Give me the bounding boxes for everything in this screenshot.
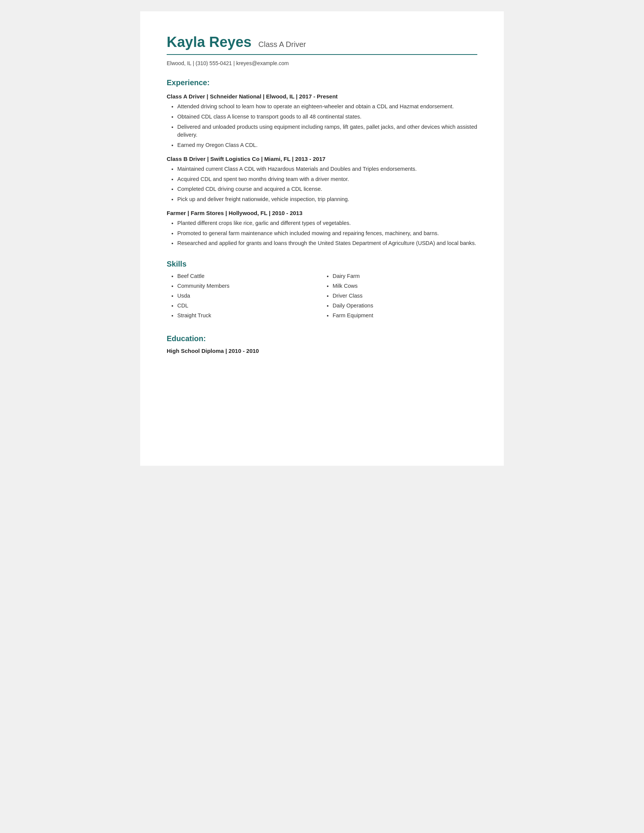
list-item: Maintained current Class A CDL with Haza…: [177, 165, 477, 174]
candidate-title: Class A Driver: [258, 40, 306, 48]
resume-page: Kayla Reyes Class A Driver Elwood, IL | …: [140, 11, 504, 466]
skills-right-list: Dairy Farm Milk Cows Driver Class Daily …: [333, 273, 477, 318]
job-title-3: Farmer | Farm Stores | Hollywood, FL | 2…: [167, 210, 477, 216]
skills-section-title: Skills: [167, 260, 477, 269]
list-item: Promoted to general farm maintenance whi…: [177, 230, 477, 238]
contact-info: Elwood, IL | (310) 555-0421 | kreyes@exa…: [167, 60, 477, 66]
education-entry-1: High School Diploma | 2010 - 2010: [167, 347, 477, 354]
job-title-2: Class B Driver | Swift Logistics Co | Mi…: [167, 156, 477, 162]
list-item: CDL: [177, 302, 322, 309]
skills-left-col: Beef Cattle Community Members Usda CDL S…: [167, 273, 322, 322]
list-item: Usda: [177, 293, 322, 299]
list-item: Obtained CDL class A license to transpor…: [177, 113, 477, 121]
list-item: Acquired CDL and spent two months drivin…: [177, 175, 477, 183]
job-2-bullets: Maintained current Class A CDL with Haza…: [177, 165, 477, 204]
list-item: Milk Cows: [333, 283, 477, 289]
list-item: Driver Class: [333, 293, 477, 299]
list-item: Pick up and deliver freight nationwide, …: [177, 195, 477, 204]
skills-left-list: Beef Cattle Community Members Usda CDL S…: [177, 273, 322, 318]
skills-grid: Beef Cattle Community Members Usda CDL S…: [167, 273, 477, 322]
list-item: Straight Truck: [177, 312, 322, 318]
list-item: Farm Equipment: [333, 312, 477, 318]
skills-right-col: Dairy Farm Milk Cows Driver Class Daily …: [322, 273, 477, 322]
header: Kayla Reyes Class A Driver: [167, 34, 477, 50]
candidate-name: Kayla Reyes: [167, 34, 251, 50]
list-item: Researched and applied for grants and lo…: [177, 239, 477, 248]
list-item: Attended driving school to learn how to …: [177, 103, 477, 111]
list-item: Delivered and unloaded products using eq…: [177, 123, 477, 140]
job-3-bullets: Planted different crops like rice, garli…: [177, 219, 477, 248]
job-title-1: Class A Driver | Schneider National | El…: [167, 93, 477, 100]
list-item: Community Members: [177, 283, 322, 289]
list-item: Completed CDL driving course and acquire…: [177, 185, 477, 193]
job-1-bullets: Attended driving school to learn how to …: [177, 103, 477, 150]
list-item: Beef Cattle: [177, 273, 322, 279]
list-item: Planted different crops like rice, garli…: [177, 219, 477, 228]
list-item: Dairy Farm: [333, 273, 477, 279]
list-item: Earned my Oregon Class A CDL.: [177, 141, 477, 150]
experience-section-title: Experience:: [167, 78, 477, 87]
list-item: Daily Operations: [333, 302, 477, 309]
header-divider: [167, 54, 477, 55]
education-section-title: Education:: [167, 334, 477, 343]
